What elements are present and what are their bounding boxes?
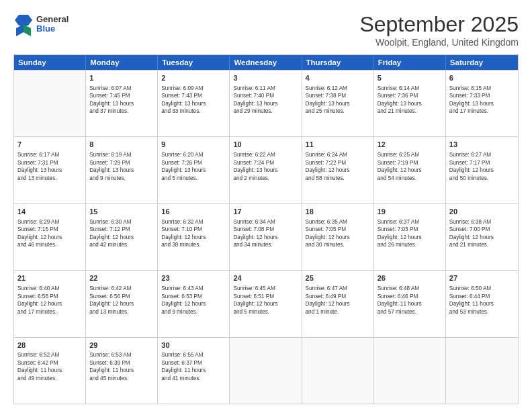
sunset-text: Sunset: 6:58 PM bbox=[17, 293, 82, 300]
sunrise-text: Sunrise: 6:09 AM bbox=[161, 85, 226, 92]
daylight-text: Daylight: 13 hours bbox=[89, 100, 154, 107]
calendar-cell-4-1: 29Sunrise: 6:53 AMSunset: 6:39 PMDayligh… bbox=[86, 338, 158, 404]
daylight-text-cont: and 13 minutes. bbox=[17, 175, 82, 182]
sunrise-text: Sunrise: 6:17 AM bbox=[17, 151, 82, 158]
sunrise-text: Sunrise: 6:07 AM bbox=[89, 85, 154, 92]
svg-marker-0 bbox=[15, 15, 32, 26]
calendar-cell-0-5: 5Sunrise: 6:14 AMSunset: 7:36 PMDaylight… bbox=[374, 71, 446, 136]
daylight-text-cont: and 21 minutes. bbox=[449, 241, 515, 248]
daylight-text: Daylight: 13 hours bbox=[449, 100, 515, 107]
daylight-text: Daylight: 11 hours bbox=[17, 367, 82, 374]
calendar-cell-3-0: 21Sunrise: 6:40 AMSunset: 6:58 PMDayligh… bbox=[14, 271, 86, 336]
daylight-text: Daylight: 13 hours bbox=[161, 100, 226, 107]
sunset-text: Sunset: 6:46 PM bbox=[378, 293, 442, 300]
daylight-text: Daylight: 12 hours bbox=[378, 234, 442, 241]
sunset-text: Sunset: 7:24 PM bbox=[233, 159, 298, 167]
daylight-text-cont: and 50 minutes. bbox=[449, 175, 515, 182]
daylight-text-cont: and 58 minutes. bbox=[306, 175, 370, 182]
daylight-text: Daylight: 12 hours bbox=[89, 234, 154, 241]
daylight-text: Daylight: 13 hours bbox=[89, 167, 154, 174]
calendar: Sunday Monday Tuesday Wednesday Thursday… bbox=[13, 54, 519, 404]
daylight-text-cont: and 9 minutes. bbox=[89, 175, 154, 182]
daylight-text-cont: and 26 minutes. bbox=[378, 241, 442, 248]
sunset-text: Sunset: 7:17 PM bbox=[449, 159, 515, 167]
day-number: 20 bbox=[449, 207, 515, 217]
day-number: 1 bbox=[89, 73, 154, 83]
calendar-cell-1-4: 11Sunrise: 6:24 AMSunset: 7:22 PMDayligh… bbox=[302, 137, 374, 203]
daylight-text-cont: and 17 minutes. bbox=[17, 308, 82, 316]
day-number: 19 bbox=[378, 207, 442, 217]
logo-text: General Blue bbox=[36, 15, 69, 34]
sunrise-text: Sunrise: 6:25 AM bbox=[378, 151, 442, 158]
calendar-header: Sunday Monday Tuesday Wednesday Thursday… bbox=[14, 55, 518, 70]
logo-general: General bbox=[36, 15, 69, 24]
calendar-cell-2-3: 17Sunrise: 6:34 AMSunset: 7:08 PMDayligh… bbox=[230, 204, 302, 270]
daylight-text: Daylight: 12 hours bbox=[17, 300, 82, 308]
calendar-cell-4-4 bbox=[302, 338, 374, 404]
calendar-row-1: 7Sunrise: 6:17 AMSunset: 7:31 PMDaylight… bbox=[14, 136, 518, 203]
calendar-row-3: 21Sunrise: 6:40 AMSunset: 6:58 PMDayligh… bbox=[14, 270, 518, 336]
sunset-text: Sunset: 7:10 PM bbox=[161, 226, 226, 233]
calendar-cell-1-1: 8Sunrise: 6:19 AMSunset: 7:29 PMDaylight… bbox=[86, 137, 158, 203]
sunset-text: Sunset: 7:12 PM bbox=[89, 226, 154, 233]
calendar-cell-1-2: 9Sunrise: 6:20 AMSunset: 7:26 PMDaylight… bbox=[158, 137, 230, 203]
sunrise-text: Sunrise: 6:53 AM bbox=[89, 351, 154, 359]
daylight-text: Daylight: 11 hours bbox=[378, 300, 442, 308]
day-number: 9 bbox=[161, 140, 226, 150]
sunrise-text: Sunrise: 6:47 AM bbox=[306, 285, 370, 292]
sunrise-text: Sunrise: 6:11 AM bbox=[233, 85, 298, 92]
daylight-text-cont: and 2 minutes. bbox=[233, 175, 298, 182]
daylight-text: Daylight: 12 hours bbox=[89, 300, 154, 308]
day-number: 6 bbox=[449, 73, 515, 83]
calendar-cell-3-3: 24Sunrise: 6:45 AMSunset: 6:51 PMDayligh… bbox=[230, 271, 302, 336]
calendar-cell-3-2: 23Sunrise: 6:43 AMSunset: 6:53 PMDayligh… bbox=[158, 271, 230, 336]
header-friday: Friday bbox=[374, 55, 446, 70]
calendar-cell-1-3: 10Sunrise: 6:22 AMSunset: 7:24 PMDayligh… bbox=[230, 137, 302, 203]
sunrise-text: Sunrise: 6:38 AM bbox=[449, 218, 515, 226]
daylight-text-cont: and 45 minutes. bbox=[89, 375, 154, 382]
sunrise-text: Sunrise: 6:12 AM bbox=[306, 85, 370, 92]
calendar-cell-0-2: 2Sunrise: 6:09 AMSunset: 7:43 PMDaylight… bbox=[158, 71, 230, 136]
sunset-text: Sunset: 6:56 PM bbox=[89, 293, 154, 300]
calendar-cell-4-5 bbox=[374, 338, 446, 404]
daylight-text-cont: and 33 minutes. bbox=[161, 107, 226, 115]
daylight-text-cont: and 41 minutes. bbox=[161, 375, 226, 382]
sunset-text: Sunset: 7:08 PM bbox=[233, 226, 298, 233]
sunrise-text: Sunrise: 6:42 AM bbox=[89, 285, 154, 292]
daylight-text: Daylight: 12 hours bbox=[306, 167, 370, 174]
sunrise-text: Sunrise: 6:22 AM bbox=[233, 151, 298, 158]
sunrise-text: Sunrise: 6:32 AM bbox=[161, 218, 226, 226]
day-number: 2 bbox=[161, 73, 226, 83]
header-tuesday: Tuesday bbox=[158, 55, 230, 70]
day-number: 22 bbox=[89, 273, 154, 283]
sunrise-text: Sunrise: 6:14 AM bbox=[378, 85, 442, 92]
day-number: 29 bbox=[89, 340, 154, 351]
calendar-cell-3-1: 22Sunrise: 6:42 AMSunset: 6:56 PMDayligh… bbox=[86, 271, 158, 336]
daylight-text: Daylight: 13 hours bbox=[233, 167, 298, 174]
sunset-text: Sunset: 7:03 PM bbox=[378, 226, 442, 233]
day-number: 17 bbox=[233, 207, 298, 217]
daylight-text-cont: and 29 minutes. bbox=[233, 107, 298, 115]
sunset-text: Sunset: 7:22 PM bbox=[306, 159, 370, 167]
daylight-text: Daylight: 12 hours bbox=[449, 234, 515, 241]
daylight-text-cont: and 17 minutes. bbox=[449, 107, 515, 115]
daylight-text-cont: and 30 minutes. bbox=[306, 241, 370, 248]
header-monday: Monday bbox=[86, 55, 158, 70]
sunrise-text: Sunrise: 6:27 AM bbox=[449, 151, 515, 158]
daylight-text-cont: and 38 minutes. bbox=[161, 241, 226, 248]
day-number: 5 bbox=[378, 73, 442, 83]
calendar-cell-2-6: 20Sunrise: 6:38 AMSunset: 7:00 PMDayligh… bbox=[446, 204, 518, 270]
daylight-text: Daylight: 12 hours bbox=[233, 234, 298, 241]
daylight-text-cont: and 53 minutes. bbox=[449, 308, 515, 316]
daylight-text: Daylight: 12 hours bbox=[378, 167, 442, 174]
page: General Blue September 2025 Woolpit, Eng… bbox=[0, 0, 532, 411]
header-thursday: Thursday bbox=[302, 55, 374, 70]
sunset-text: Sunset: 7:00 PM bbox=[449, 226, 515, 233]
daylight-text: Daylight: 12 hours bbox=[233, 300, 298, 308]
day-number: 12 bbox=[378, 140, 442, 150]
title-location: Woolpit, England, United Kingdom bbox=[359, 37, 519, 48]
sunset-text: Sunset: 7:31 PM bbox=[17, 159, 82, 167]
calendar-cell-0-3: 3Sunrise: 6:11 AMSunset: 7:40 PMDaylight… bbox=[230, 71, 302, 136]
day-number: 23 bbox=[161, 273, 226, 283]
day-number: 24 bbox=[233, 273, 298, 283]
